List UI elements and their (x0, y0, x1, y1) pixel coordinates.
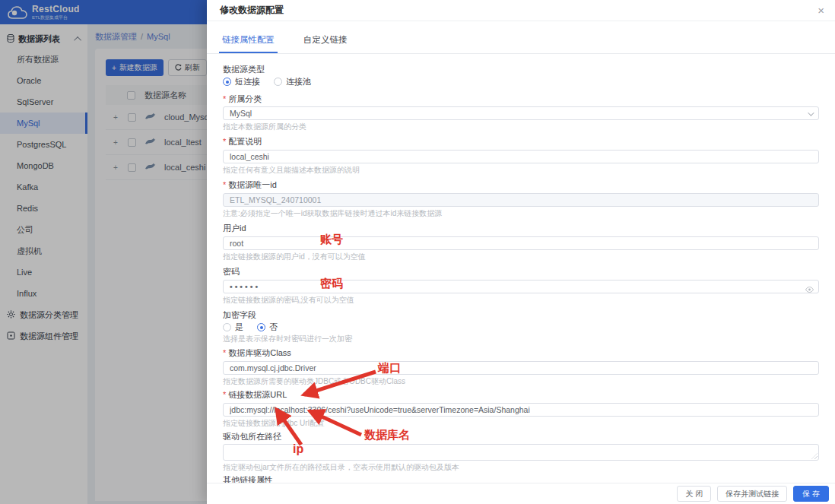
modal-footer: 关 闭 保存并测试链接 保 存 (207, 483, 835, 504)
field-driver-class: *数据库驱动Class 指定数据源所需要的驱动类JDBC或者ODBC驱动Clas… (223, 348, 819, 386)
save-and-test-button[interactable]: 保存并测试链接 (717, 486, 787, 502)
modal-header: 修改数据源配置 × (207, 0, 835, 21)
config-description-input[interactable] (223, 150, 819, 163)
field-hint: 指定数据源所需要的驱动类JDBC或者ODBC驱动Class (223, 377, 819, 386)
background-page: RestCloud ETL数据集成平台 数据源列表 所有数据源 Oracle S… (0, 0, 207, 504)
field-password: 密码 指定链接数据源的密码,没有可以为空值 (223, 267, 819, 305)
driver-class-input[interactable] (223, 361, 819, 375)
app-root: RestCloud ETL数据集成平台 数据源列表 所有数据源 Oracle S… (0, 0, 835, 504)
modal-form: 数据源类型 短连接 连接池 *所属分类 MySql 指定本数据源所属的分类 *配… (207, 54, 835, 483)
field-hint: 指定本数据源所属的分类 (223, 122, 819, 132)
tab-link-properties[interactable]: 链接属性配置 (222, 34, 275, 53)
modal-tabs: 链接属性配置 自定义链接 (207, 21, 835, 54)
field-label: 驱动包所在路径 (223, 432, 819, 442)
field-label: 数据源类型 (223, 65, 819, 74)
modal-backdrop[interactable] (0, 0, 207, 504)
field-hint: 指定链接数据源的用户id，没有可以为空值 (223, 252, 819, 262)
modal-title: 修改数据源配置 (220, 4, 284, 17)
user-id-input[interactable] (223, 236, 819, 250)
field-unique-id: *数据源唯一id 注意:必须指定一个唯一id获取数据库链接时通过本id来链接数据… (223, 180, 819, 218)
field-config-description: *配置说明 指定任何有意义且能描述本数据源的说明 (223, 137, 819, 175)
field-hint: 指定链接数据源的jdbc Url配置 (223, 419, 819, 428)
required-asterisk: * (223, 180, 226, 189)
close-icon[interactable]: × (818, 5, 824, 16)
field-label: 链接数据源URL (228, 390, 287, 399)
radio-short-connection[interactable]: 短连接 (223, 76, 260, 87)
field-label: 数据源唯一id (228, 180, 277, 189)
radio-connection-pool[interactable]: 连接池 (274, 76, 311, 87)
driver-path-textarea[interactable] (223, 444, 819, 461)
password-input[interactable] (223, 280, 819, 293)
field-jdbc-url: *链接数据源URL 指定链接数据源的jdbc Url配置 (223, 390, 819, 428)
field-hint: 注意:必须指定一个唯一id获取数据库链接时通过本id来链接数据源 (223, 209, 819, 218)
field-encrypt: 加密字段 是 否 选择是表示保存时对密码进行一次加密 (223, 310, 819, 344)
radio-encrypt-yes[interactable]: 是 (223, 322, 243, 333)
field-user-id: 用户id 指定链接数据源的用户id，没有可以为空值 (223, 223, 819, 262)
category-select[interactable]: MySql (223, 106, 819, 120)
field-label: 加密字段 (223, 310, 819, 320)
field-label: 配置说明 (228, 137, 262, 146)
field-category: *所属分类 MySql 指定本数据源所属的分类 (223, 94, 819, 132)
field-hint: 指定任何有意义且能描述本数据源的说明 (223, 166, 819, 175)
radio-dot (274, 78, 282, 86)
edit-datasource-modal: 修改数据源配置 × 链接属性配置 自定义链接 数据源类型 短连接 连接池 *所属… (207, 0, 835, 504)
field-driver-path: 驱动包所在路径 指定驱动包jar文件所在的路径或目录，空表示使用默认的驱动包及版… (223, 432, 819, 472)
field-hint: 指定链接数据源的密码,没有可以为空值 (223, 296, 819, 305)
radio-dot (257, 323, 265, 331)
field-label: 用户id (223, 223, 819, 233)
field-label: 所属分类 (228, 94, 262, 103)
required-asterisk: * (223, 348, 226, 357)
tab-custom-link[interactable]: 自定义链接 (303, 34, 348, 53)
field-datasource-type: 数据源类型 短连接 连接池 (223, 65, 819, 87)
field-other-properties: 其他链接属性 (223, 475, 819, 483)
field-hint: 指定驱动包jar文件所在的路径或目录，空表示使用默认的驱动包及版本 (223, 463, 819, 472)
chevron-down-icon (808, 109, 814, 116)
close-button[interactable]: 关 闭 (677, 486, 711, 502)
radio-encrypt-no[interactable]: 否 (257, 322, 278, 333)
field-label: 密码 (223, 267, 819, 277)
field-hint: 选择是表示保存时对密码进行一次加密 (223, 334, 819, 344)
required-asterisk: * (223, 94, 226, 103)
save-button[interactable]: 保 存 (793, 486, 829, 502)
radio-dot (223, 78, 231, 86)
required-asterisk: * (223, 390, 226, 399)
unique-id-input (223, 193, 819, 207)
field-label: 其他链接属性 (223, 475, 819, 483)
required-asterisk: * (223, 137, 226, 146)
field-label: 数据库驱动Class (228, 348, 291, 357)
eye-icon[interactable] (805, 282, 814, 296)
jdbc-url-input[interactable] (223, 403, 819, 417)
radio-dot (223, 323, 231, 331)
